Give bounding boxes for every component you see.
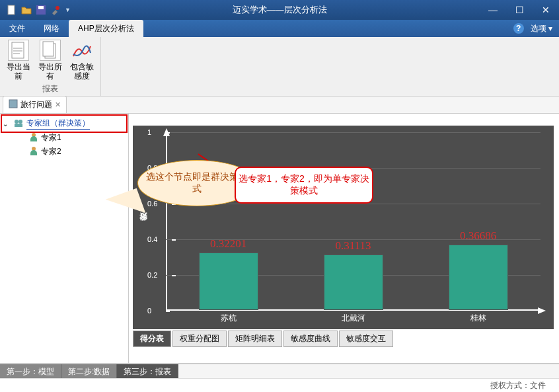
chart-bar <box>449 245 508 310</box>
menu-file[interactable]: 文件 <box>0 20 34 37</box>
tools-icon[interactable] <box>50 5 61 15</box>
close-tab-icon[interactable]: ✕ <box>55 100 61 109</box>
chart-tab-score-table[interactable]: 得分表 <box>133 331 171 347</box>
workspace: 选这个节点即是群决策模式 ⌄ 专家组（群决策） 专家1 专家2 选专家1，专家2… <box>0 114 559 364</box>
tree-item-label: 专家1 <box>41 132 61 143</box>
callout-tail <box>109 200 142 233</box>
svg-rect-7 <box>9 100 17 108</box>
document-tab-label: 旅行问题 <box>20 99 52 110</box>
group-icon <box>13 118 24 130</box>
step-report[interactable]: 第三步：报表 <box>117 364 178 378</box>
chart-tab-sensitivity-curve[interactable]: 敏感度曲线 <box>283 331 338 347</box>
chart-bar <box>324 255 383 310</box>
y-tick: 0.6 <box>147 200 157 208</box>
y-tick: 1 <box>147 128 151 136</box>
collapse-icon[interactable]: ⌄ <box>3 120 11 128</box>
chart-tab-sensitivity-interactive[interactable]: 敏感度交互 <box>339 331 393 347</box>
y-tick: 0 <box>147 307 151 315</box>
titlebar: ▼ 迈实学术——层次分析法 — ☐ ✕ <box>0 0 559 20</box>
x-axis-arrow-icon <box>538 307 546 314</box>
menubar: 文件 网络 AHP层次分析法 ? 选项 ▾ <box>0 20 559 37</box>
tree-item-label: 专家2 <box>41 146 61 157</box>
close-button[interactable]: ✕ <box>533 1 559 19</box>
svg-point-3 <box>56 6 59 10</box>
steps-bar: 第一步：模型 第二步:数据 第三步：报表 <box>0 364 559 378</box>
document-icon <box>9 99 18 110</box>
document-tab[interactable]: 旅行问题 ✕ <box>3 96 67 113</box>
bar-value-label: 0.31113 <box>336 239 371 253</box>
person-icon <box>29 132 38 143</box>
gridline <box>166 132 540 133</box>
qat-dropdown-icon[interactable]: ▼ <box>65 5 71 15</box>
svg-rect-10 <box>15 124 22 127</box>
tree-item-expert1[interactable]: 专家1 <box>3 131 126 145</box>
chart-tabs: 得分表 权重分配图 矩阵明细表 敏感度曲线 敏感度交互 <box>133 331 393 347</box>
export-current-button[interactable]: 导出当前 <box>4 40 33 81</box>
ribbon-group-report: 导出当前 导出所有 包含敏感度 报表 <box>0 37 101 96</box>
new-icon[interactable] <box>7 5 17 15</box>
bar-value-label: 0.36686 <box>460 229 496 243</box>
statusbar: 授权方式：文件 <box>0 378 559 392</box>
y-axis <box>166 132 167 311</box>
ribbon: 导出当前 导出所有 包含敏感度 报表 <box>0 37 559 97</box>
tree-root-label: 专家组（群决策） <box>26 118 90 130</box>
svg-point-8 <box>15 120 19 124</box>
window-title: 迈实学术——层次分析法 <box>233 4 327 16</box>
chart-tab-weight[interactable]: 权重分配图 <box>172 331 227 347</box>
ribbon-group-label: 报表 <box>4 83 96 95</box>
y-tick: 0.2 <box>147 271 157 279</box>
svg-rect-6 <box>43 42 54 56</box>
step-data[interactable]: 第二步:数据 <box>61 364 117 378</box>
maximize-button[interactable]: ☐ <box>506 1 533 19</box>
menu-network[interactable]: 网络 <box>34 20 69 37</box>
svg-point-9 <box>19 120 22 124</box>
step-model[interactable]: 第一步：模型 <box>0 364 61 378</box>
minimize-button[interactable]: — <box>480 1 506 19</box>
export-all-button[interactable]: 导出所有 <box>36 40 65 81</box>
tree-panel: ⌄ 专家组（群决策） 专家1 专家2 <box>0 114 129 363</box>
tree-item-expert2[interactable]: 专家2 <box>3 145 126 159</box>
category-label: 北戴河 <box>342 313 365 324</box>
license-status: 授权方式：文件 <box>490 380 546 391</box>
include-sensitivity-button[interactable]: 包含敏感度 <box>67 40 96 81</box>
category-label: 桂林 <box>470 313 486 324</box>
help-icon[interactable]: ? <box>513 23 524 34</box>
quick-access-toolbar: ▼ <box>0 5 71 15</box>
chart-area: 方案得分 00.20.40.60.810.32201苏杭0.31113北戴河0.… <box>133 126 554 329</box>
chart-bar <box>199 253 258 310</box>
y-tick: 0.4 <box>147 235 157 243</box>
export-current-icon <box>8 40 29 61</box>
bar-value-label: 0.32201 <box>210 237 246 251</box>
save-icon[interactable] <box>36 5 46 15</box>
content-area: 选专家1，专家2，即为单专家决策模式 方案得分 00.20.40.60.810.… <box>129 114 559 363</box>
document-tabstrip: 旅行问题 ✕ <box>0 97 559 114</box>
export-all-label: 导出所有 <box>36 62 65 81</box>
menu-ahp[interactable]: AHP层次分析法 <box>69 20 143 37</box>
options-menu[interactable]: 选项 ▾ <box>531 23 552 34</box>
chart-tab-matrix[interactable]: 矩阵明细表 <box>228 331 282 347</box>
svg-rect-4 <box>12 42 24 58</box>
export-all-icon <box>40 40 61 61</box>
include-sensitivity-label: 包含敏感度 <box>67 62 96 81</box>
open-icon[interactable] <box>21 5 32 15</box>
export-current-label: 导出当前 <box>4 62 33 81</box>
category-label: 苏杭 <box>221 313 237 324</box>
callout-single-expert: 选专家1，专家2，即为单专家决策模式 <box>235 167 373 204</box>
tree-root-expert-group[interactable]: ⌄ 专家组（群决策） <box>3 116 126 131</box>
svg-rect-0 <box>8 5 15 15</box>
sensitivity-icon <box>71 40 93 61</box>
person-icon <box>29 146 38 157</box>
svg-rect-2 <box>38 6 44 9</box>
